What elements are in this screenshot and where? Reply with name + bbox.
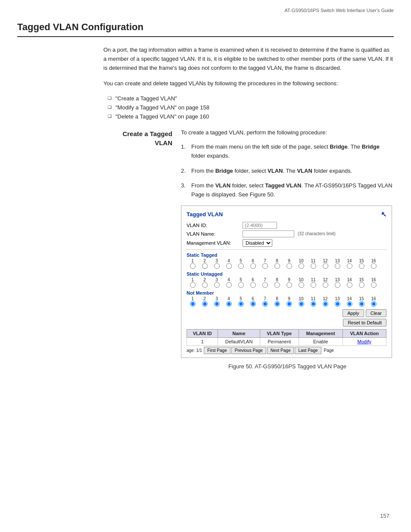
clear-button[interactable]: Clear	[366, 309, 386, 317]
static-untagged-radio-8[interactable]	[274, 282, 280, 288]
not-member-radios[interactable]	[187, 301, 386, 308]
last-page-button[interactable]: Last Page	[295, 347, 321, 354]
create-vlan-section: Create a Tagged VLAN To create a tagged …	[103, 128, 394, 376]
not-member-radio-2[interactable]	[202, 301, 208, 307]
page-label: Page	[324, 348, 334, 353]
static-untagged-radio-12[interactable]	[323, 282, 328, 288]
not-member-radio-12[interactable]	[323, 301, 328, 307]
header-text: AT-GS950/16PS Switch Web Interface User'…	[284, 8, 394, 13]
static-tagged-radio-5[interactable]	[238, 263, 244, 269]
col-vlan-id: VLAN ID	[187, 329, 218, 337]
static-untagged-radio-1[interactable]	[190, 282, 196, 288]
not-member-radio-11[interactable]	[311, 301, 316, 307]
pagination-row: age: 1/1 First Page Previous Page Next P…	[187, 347, 386, 354]
step-2: From the Bridge folder, select VLAN. The…	[181, 167, 394, 176]
not-member-radio-10[interactable]	[299, 301, 304, 307]
static-tagged-radio-12[interactable]	[323, 263, 328, 269]
vlan-widget: Tagged VLAN ↖ VLAN ID: VLAN Name: (32 ch…	[181, 205, 392, 358]
static-tagged-radio-11[interactable]	[311, 263, 316, 269]
static-untagged-radio-11[interactable]	[311, 282, 316, 288]
reset-row: Reset to Default	[187, 319, 386, 327]
first-page-button[interactable]: First Page	[204, 347, 230, 354]
static-tagged-radio-1[interactable]	[190, 263, 196, 269]
static-tagged-radio-8[interactable]	[274, 263, 280, 269]
row-management: Enable	[299, 337, 342, 345]
previous-page-button[interactable]: Previous Page	[231, 347, 266, 354]
management-vlan-label: Management VLAN:	[187, 240, 243, 246]
not-member-nums: 12345678910111213141516	[187, 296, 386, 301]
static-untagged-radio-4[interactable]	[226, 282, 232, 288]
section-content: To create a tagged VLAN, perform the fol…	[181, 128, 394, 376]
static-tagged-radio-15[interactable]	[359, 263, 364, 269]
static-tagged-radio-4[interactable]	[226, 263, 232, 269]
static-untagged-radio-15[interactable]	[359, 282, 364, 288]
section-label: Create a Tagged VLAN	[103, 128, 181, 376]
not-member-radio-3[interactable]	[214, 301, 220, 307]
col-vlan-action: VLAN Action	[342, 329, 386, 337]
management-vlan-row: Management VLAN: Disabled Enabled	[187, 239, 386, 247]
static-untagged-radio-14[interactable]	[347, 282, 352, 288]
static-untagged-radio-7[interactable]	[262, 282, 268, 288]
static-tagged-radios[interactable]	[187, 263, 386, 270]
reset-to-default-button[interactable]: Reset to Default	[343, 319, 386, 327]
static-tagged-radio-3[interactable]	[214, 263, 220, 269]
step-3: From the VLAN folder, select Tagged VLAN…	[181, 181, 394, 199]
static-untagged-radio-10[interactable]	[299, 282, 304, 288]
static-untagged-radio-9[interactable]	[286, 282, 292, 288]
static-tagged-radio-7[interactable]	[262, 263, 268, 269]
vlan-widget-title: Tagged VLAN ↖	[187, 210, 386, 218]
static-untagged-radio-13[interactable]	[335, 282, 340, 288]
modify-link[interactable]: Modify	[358, 339, 371, 344]
static-tagged-nums: 12345678910111213141516	[187, 258, 386, 263]
static-tagged-radio-2[interactable]	[202, 263, 208, 269]
static-untagged-radio-16[interactable]	[371, 282, 377, 288]
apply-clear-row: Apply Clear	[187, 309, 386, 317]
not-member-radio-1[interactable]	[190, 301, 196, 307]
bullet-item: "Create a Tagged VLAN"	[108, 95, 394, 102]
not-member-radio-7[interactable]	[262, 301, 268, 307]
vlan-id-row: VLAN ID:	[187, 222, 386, 229]
not-member-radio-9[interactable]	[286, 301, 292, 307]
vlan-name-input[interactable]	[243, 230, 294, 237]
static-untagged-radio-2[interactable]	[202, 282, 208, 288]
bullet-list: "Create a Tagged VLAN""Modify a Tagged V…	[108, 95, 394, 120]
static-untagged-radios[interactable]	[187, 282, 386, 289]
page-info: age: 1/1	[187, 348, 202, 353]
vlan-id-input[interactable]	[243, 222, 277, 229]
not-member-radio-13[interactable]	[335, 301, 340, 307]
section-intro: To create a tagged VLAN, perform the fol…	[181, 128, 394, 137]
not-member-radio-5[interactable]	[238, 301, 244, 307]
not-member-radio-4[interactable]	[226, 301, 232, 307]
cursor-icon: ↖	[381, 210, 386, 218]
static-tagged-radio-14[interactable]	[347, 263, 352, 269]
vlan-name-row: VLAN Name: (32 characters limit)	[187, 230, 386, 237]
col-management: Management	[299, 329, 342, 337]
steps-list: From the main menu on the left side of t…	[181, 143, 394, 199]
static-untagged-radio-6[interactable]	[250, 282, 256, 288]
apply-button[interactable]: Apply	[342, 309, 364, 317]
static-untagged-radio-3[interactable]	[214, 282, 220, 288]
row-action[interactable]: Modify	[342, 337, 386, 345]
not-member-radio-8[interactable]	[274, 301, 280, 307]
static-tagged-radio-6[interactable]	[250, 263, 256, 269]
not-member-radio-6[interactable]	[250, 301, 256, 307]
static-tagged-radio-16[interactable]	[371, 263, 377, 269]
static-tagged-radio-9[interactable]	[286, 263, 292, 269]
vlan-id-label: VLAN ID:	[187, 223, 243, 228]
static-tagged-label: Static Tagged	[187, 252, 386, 258]
static-untagged-label: Static Untagged	[187, 271, 386, 277]
management-vlan-select[interactable]: Disabled Enabled	[243, 239, 272, 247]
row-vlan-type: Permanent	[260, 337, 299, 345]
static-untagged-radio-5[interactable]	[238, 282, 244, 288]
static-tagged-radio-13[interactable]	[335, 263, 340, 269]
not-member-radio-16[interactable]	[371, 301, 377, 307]
vlan-name-hint: (32 characters limit)	[298, 231, 336, 236]
static-untagged-nums: 12345678910111213141516	[187, 277, 386, 282]
next-page-button[interactable]: Next Page	[267, 347, 294, 354]
page-title: Tagged VLAN Configuration	[17, 22, 143, 32]
not-member-radio-15[interactable]	[359, 301, 364, 307]
not-member-radio-14[interactable]	[347, 301, 352, 307]
static-tagged-radio-10[interactable]	[299, 263, 304, 269]
table-row: 1 DefaultVLAN Permanent Enable Modify	[187, 337, 386, 345]
step-1: From the main menu on the left side of t…	[181, 143, 394, 161]
